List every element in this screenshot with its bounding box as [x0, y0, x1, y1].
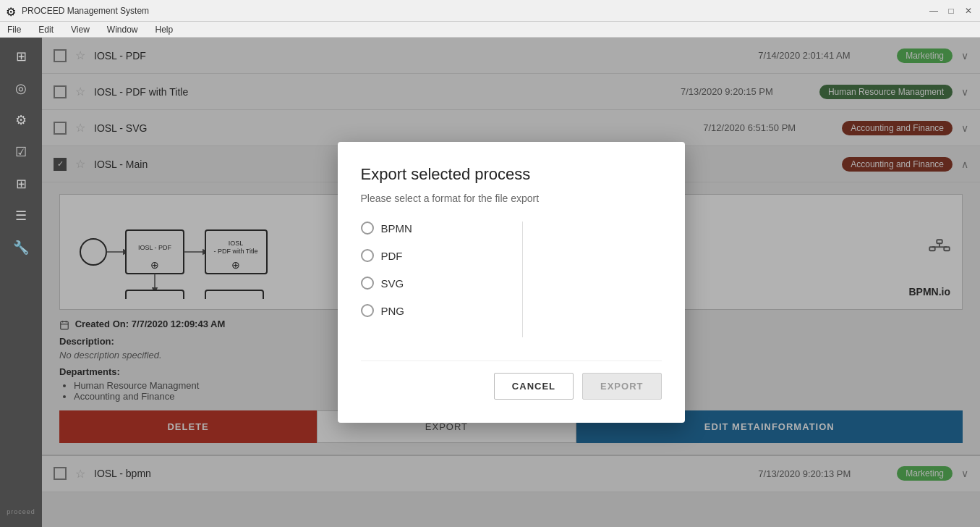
sidebar-logo: proceed: [7, 508, 35, 515]
menu-view[interactable]: View: [67, 23, 94, 36]
radio-pdf[interactable]: [361, 249, 374, 262]
main-layout: ⊞ ◎ ⚙ ☑ ⊞ ☰ 🔧 proceed ☆ IOSL - PDF 7/14/…: [0, 38, 980, 527]
modal-overlay: Export selected process Please select a …: [42, 38, 980, 527]
sidebar: ⊞ ◎ ⚙ ☑ ⊞ ☰ 🔧 proceed: [0, 38, 42, 527]
modal-right-panel: [523, 222, 662, 337]
export-modal: Export selected process Please select a …: [338, 142, 685, 423]
modal-title: Export selected process: [361, 165, 662, 184]
cancel-button[interactable]: CANCEL: [494, 373, 574, 400]
modal-subtitle: Please select a format for the file expo…: [361, 193, 662, 204]
modal-actions: CANCEL EXPORT: [361, 361, 662, 400]
sidebar-icon-table[interactable]: ☰: [8, 203, 34, 229]
sidebar-icon-checklist[interactable]: ☑: [8, 139, 34, 165]
sidebar-icon-grid[interactable]: ⊞: [8, 171, 34, 197]
format-label-png: PNG: [381, 305, 405, 317]
format-label-bpmn: BPMN: [381, 222, 412, 235]
format-label-svg: SVG: [381, 277, 404, 290]
format-option-png[interactable]: PNG: [361, 304, 500, 317]
content-area: ☆ IOSL - PDF 7/14/2020 2:01:41 AM Market…: [42, 38, 980, 527]
sidebar-icon-compass[interactable]: ◎: [8, 75, 34, 101]
format-option-svg[interactable]: SVG: [361, 277, 500, 290]
menubar: File Edit View Window Help: [0, 22, 980, 38]
modal-export-button[interactable]: EXPORT: [582, 373, 661, 400]
format-label-pdf: PDF: [381, 250, 403, 262]
app-title: PROCEED Management System: [22, 6, 928, 16]
window-controls: — □ ✕: [928, 5, 974, 17]
format-option-bpmn[interactable]: BPMN: [361, 222, 500, 235]
maximize-button[interactable]: □: [945, 5, 957, 17]
format-option-pdf[interactable]: PDF: [361, 249, 500, 262]
app-icon: ⚙: [6, 5, 17, 17]
close-button[interactable]: ✕: [963, 5, 974, 17]
radio-svg[interactable]: [361, 277, 374, 290]
menu-help[interactable]: Help: [151, 23, 178, 36]
radio-bpmn[interactable]: [361, 222, 374, 235]
titlebar: ⚙ PROCEED Management System — □ ✕: [0, 0, 980, 22]
menu-window[interactable]: Window: [103, 23, 142, 36]
minimize-button[interactable]: —: [928, 5, 939, 17]
sidebar-icon-settings[interactable]: ⚙: [8, 107, 34, 133]
format-options: BPMN PDF SVG PNG: [361, 222, 517, 337]
menu-edit[interactable]: Edit: [34, 23, 58, 36]
sidebar-icon-home[interactable]: ⊞: [8, 43, 34, 69]
modal-body: BPMN PDF SVG PNG: [361, 222, 662, 337]
radio-png[interactable]: [361, 304, 374, 317]
sidebar-icon-tools[interactable]: 🔧: [8, 235, 34, 261]
menu-file[interactable]: File: [3, 23, 25, 36]
